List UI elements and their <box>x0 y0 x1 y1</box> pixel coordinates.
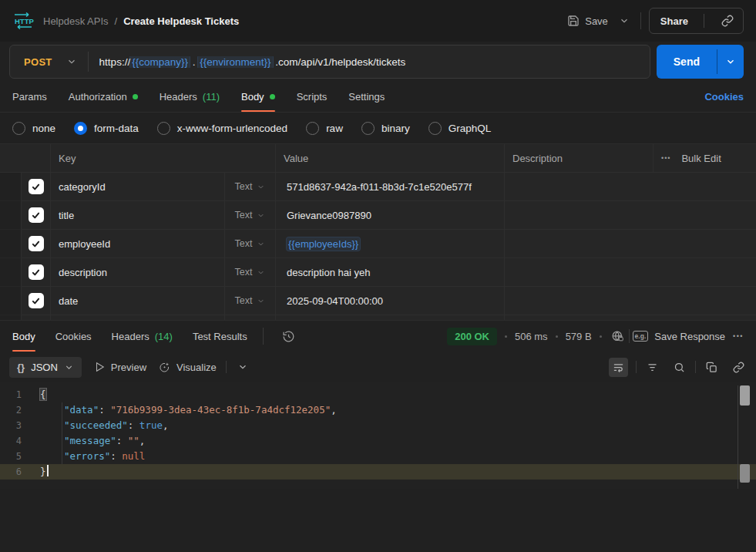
status-badge[interactable]: 200 OK <box>447 328 497 345</box>
row-key-cell[interactable]: title <box>51 201 225 230</box>
format-selector-dropdown[interactable]: {} JSON <box>9 357 82 378</box>
network-info-icon[interactable] <box>610 328 626 345</box>
method-selector[interactable]: POST <box>10 56 88 68</box>
response-viewer-toolbar: {} JSON Preview Visualize <box>0 352 756 382</box>
radio-icon <box>361 122 375 135</box>
row-key-cell[interactable]: date <box>51 287 225 315</box>
row-value-cell[interactable]: 571d8637-942a-f011-8b3d-7c1e520e577f <box>276 173 505 201</box>
body-type-radio-none[interactable]: none <box>12 122 55 135</box>
tab-params[interactable]: Params <box>12 82 47 112</box>
row-key-cell[interactable]: employeeId <box>51 230 225 258</box>
row-checkbox[interactable] <box>29 207 44 223</box>
code-line: 1{ <box>0 387 756 402</box>
search-icon[interactable] <box>671 359 687 375</box>
history-icon[interactable] <box>279 327 298 346</box>
line-number: 1 <box>0 387 40 402</box>
json-null-value: null <box>122 450 145 462</box>
row-description-cell[interactable] <box>505 230 756 258</box>
row-key-cell[interactable]: categoryId <box>51 173 225 201</box>
url-variable-company[interactable]: {{company}} <box>130 56 190 68</box>
response-size[interactable]: 579 B <box>566 331 592 342</box>
tab-settings[interactable]: Settings <box>348 82 385 112</box>
share-button[interactable]: Share <box>650 15 699 27</box>
row-type-dropdown[interactable]: Text <box>225 201 276 230</box>
preview-button[interactable]: Preview <box>94 362 146 373</box>
viewer-icons-divider <box>636 361 637 373</box>
link-icon[interactable] <box>731 359 747 375</box>
send-options-chevron[interactable] <box>717 45 744 79</box>
breadcrumb-collection[interactable]: Helpdesk APIs <box>43 15 109 27</box>
row-checkbox[interactable] <box>29 293 44 308</box>
row-value-cell[interactable]: description hai yeh <box>276 258 505 287</box>
chevron-down-icon <box>66 56 77 67</box>
body-type-radio-graphql[interactable]: GraphQL <box>428 122 492 135</box>
row-type-dropdown[interactable]: Text <box>225 173 276 201</box>
scrollbar-thumb[interactable] <box>740 385 750 406</box>
tab-body[interactable]: Body <box>241 82 275 112</box>
top-bar: HTTP Helpdesk APIs / Create Helpdesk Tic… <box>0 0 756 42</box>
copy-link-button[interactable] <box>712 15 743 27</box>
code-line: 2"data": "716b9399-3dea-43ec-8f1b-7a4dcf… <box>0 402 756 418</box>
filter-icon[interactable] <box>644 359 660 375</box>
row-value-cell[interactable]: {{employeeIds}} <box>276 230 505 258</box>
row-description-cell[interactable] <box>505 201 756 230</box>
url-variable-environment[interactable]: {{environment}} <box>198 56 272 68</box>
format-label: JSON <box>31 362 58 373</box>
variable-chip[interactable]: {{employeeIds}} <box>287 237 360 251</box>
save-response-button[interactable]: e.g. Save Response <box>633 331 725 342</box>
response-more-actions-icon[interactable]: ••• <box>733 332 744 340</box>
line-number: 6 <box>0 464 40 480</box>
row-description-cell[interactable] <box>505 287 756 315</box>
copy-icon[interactable] <box>704 359 720 375</box>
chevron-down-icon <box>619 15 630 26</box>
json-key: "errors" <box>64 450 110 462</box>
row-value-cell[interactable]: 2025-09-04T00:00:00 <box>276 287 505 315</box>
tab-scripts[interactable]: Scripts <box>297 82 328 112</box>
row-drag-gutter <box>0 258 22 287</box>
breadcrumb-separator: / <box>115 15 118 27</box>
response-tab-test-results[interactable]: Test Results <box>193 321 247 352</box>
bulk-edit-button[interactable]: Bulk Edit <box>681 153 721 164</box>
row-checkbox[interactable] <box>29 264 44 280</box>
wrap-text-icon[interactable] <box>609 358 628 377</box>
tab-authorization[interactable]: Authorization <box>69 82 138 112</box>
table-header-row: Key Value Description ••• Bulk Edit <box>0 144 756 173</box>
meta-separator-dot <box>505 335 507 338</box>
response-tab-cookies[interactable]: Cookies <box>55 321 92 352</box>
row-description-cell[interactable] <box>505 173 756 201</box>
row-type-dropdown[interactable]: Text <box>225 258 276 287</box>
save-options-chevron[interactable] <box>613 11 636 31</box>
table-more-actions-icon[interactable]: ••• <box>661 154 670 162</box>
body-type-radio-form-data[interactable]: form-data <box>74 122 139 135</box>
row-value-cell[interactable]: Grievance0987890 <box>276 201 505 230</box>
breadcrumb-request-name[interactable]: Create Helpdesk Tickets <box>123 15 239 27</box>
chevron-down-icon <box>257 297 265 305</box>
table-row: description Text description hai yeh <box>0 258 756 287</box>
row-type-dropdown[interactable]: Text <box>225 230 276 258</box>
chevron-down-icon <box>64 362 74 372</box>
cookies-link[interactable]: Cookies <box>704 91 744 103</box>
body-type-radio-binary[interactable]: binary <box>361 122 410 135</box>
request-url-box: POST https://{{company}} . {{environment… <box>9 45 650 79</box>
body-type-radio-raw[interactable]: raw <box>306 122 343 135</box>
row-description-cell[interactable] <box>505 258 756 287</box>
visualize-button[interactable]: Visualize <box>159 362 217 373</box>
save-icon <box>567 15 580 27</box>
response-body-editor[interactable]: 1{ 2"data": "716b9399-3dea-43ec-8f1b-7a4… <box>0 382 756 489</box>
body-type-radio-x-www-form-urlencoded[interactable]: x-www-form-urlencoded <box>157 122 287 135</box>
visualize-options-chevron[interactable] <box>236 360 250 374</box>
save-button[interactable]: Save <box>563 10 613 32</box>
response-time[interactable]: 506 ms <box>515 331 548 342</box>
tab-headers[interactable]: Headers(11) <box>160 82 220 112</box>
response-tab-body[interactable]: Body <box>12 321 35 352</box>
send-button[interactable]: Send <box>657 45 717 79</box>
radio-icon <box>306 122 319 135</box>
json-key: "message" <box>64 435 116 446</box>
row-checkbox[interactable] <box>29 179 44 194</box>
row-checkbox[interactable] <box>29 236 44 251</box>
response-tab-headers[interactable]: Headers(14) <box>112 321 173 352</box>
svg-text:HTTP: HTTP <box>15 17 34 25</box>
row-key-cell[interactable]: description <box>51 258 225 287</box>
url-input[interactable]: https://{{company}} . {{environment}} .c… <box>89 56 650 68</box>
row-type-dropdown[interactable]: Text <box>225 287 276 315</box>
